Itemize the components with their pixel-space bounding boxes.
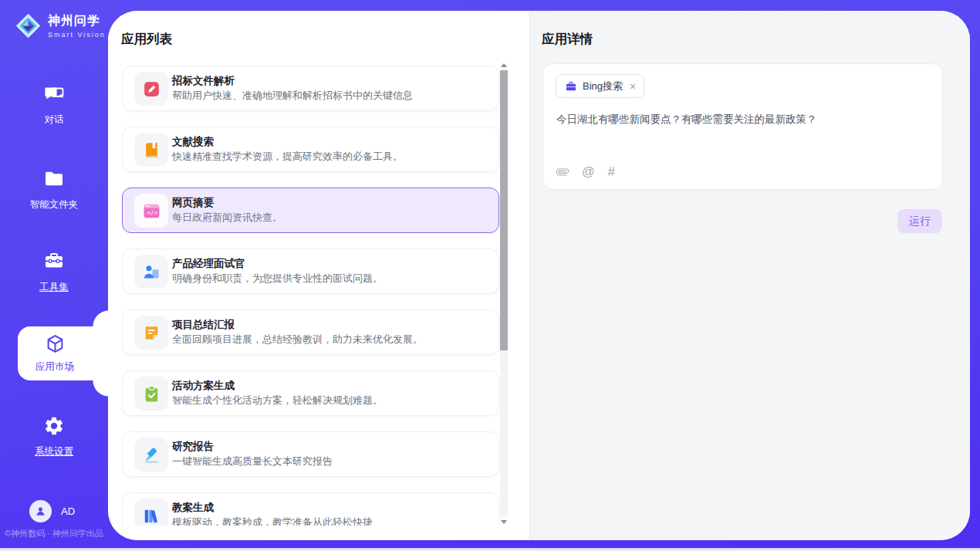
briefcase-icon	[565, 80, 577, 93]
report-icon	[134, 316, 168, 350]
cube-icon	[45, 333, 66, 357]
sidebar-item-chat[interactable]: 对话	[0, 83, 108, 127]
diamond-logo-icon	[14, 12, 42, 40]
app-card[interactable]: 项目总结汇报全面回顾项目进展，总结经验教训，助力未来优化发展。	[122, 309, 499, 355]
app-card-title: 产品经理面试官	[172, 257, 245, 271]
books-icon	[134, 499, 168, 526]
chat-icon	[43, 83, 65, 108]
app-card-description: 帮助用户快速、准确地理解和解析招标书中的关键信息	[172, 89, 413, 103]
bing-search-tag[interactable]: Bing搜索 ×	[556, 74, 644, 98]
app-card-description: 快速精准查找学术资源，提高研究效率的必备工具。	[172, 150, 403, 164]
sidebar-item-label: 系统设置	[35, 445, 73, 458]
app-list-panel: 应用列表 招标文件解析帮助用户快速、准确地理解和解析招标书中的关键信息文献搜索快…	[108, 11, 529, 540]
user-initials: AD	[61, 505, 75, 517]
web-code-icon: </>	[134, 194, 168, 228]
brand-subtitle: Smart Vision	[48, 31, 106, 39]
app-card-title: 网页摘要	[172, 196, 214, 210]
app-card-description: 一键智能生成高质量长文本研究报告	[172, 455, 333, 468]
scroll-down-arrow-icon[interactable]	[501, 520, 507, 524]
app-card-description: 明确身份和职责，为您提供专业性的面试问题。	[172, 272, 383, 286]
sidebar-item-label: 智能文件夹	[30, 198, 79, 211]
app-card-list: 招标文件解析帮助用户快速、准确地理解和解析招标书中的关键信息文献搜索快速精准查找…	[122, 66, 499, 526]
attachment-icon[interactable]	[556, 166, 569, 178]
app-card-description: 全面回顾项目进展，总结经验教训，助力未来优化发展。	[172, 333, 423, 346]
query-input-card[interactable]: Bing搜索 × 今日湖北有哪些新闻要点？有哪些需要关注的最新政策？ @ #	[542, 63, 943, 190]
run-button[interactable]: 运行	[897, 209, 942, 233]
app-card-title: 项目总结汇报	[172, 318, 235, 332]
sidebar: 神州问学 Smart Vision 对话智能文件夹工具集应用市场系统设置 AD …	[0, 0, 108, 551]
window-bottom-edge	[0, 548, 980, 551]
brand-logo: 神州问学 Smart Vision	[14, 12, 106, 40]
app-card[interactable]: 研究报告一键智能生成高质量长文本研究报告	[122, 431, 499, 477]
app-card[interactable]: 文献搜索快速精准查找学术资源，提高研究效率的必备工具。	[122, 127, 499, 172]
main-content: 应用列表 招标文件解析帮助用户快速、准确地理解和解析招标书中的关键信息文献搜索快…	[108, 11, 970, 540]
app-card-title: 活动方案生成	[172, 379, 235, 393]
app-card-title: 招标文件解析	[172, 74, 235, 88]
app-card-title: 研究报告	[172, 440, 214, 454]
app-card[interactable]: 活动方案生成智能生成个性化活动方案，轻松解决规划难题。	[122, 370, 499, 416]
app-card-description: 模板驱动，教案秒成，教学准备从此轻松快捷	[172, 516, 373, 526]
app-window: 神州问学 Smart Vision 对话智能文件夹工具集应用市场系统设置 AD …	[0, 0, 980, 551]
sidebar-item-label: 应用市场	[35, 360, 74, 374]
interview-icon	[134, 255, 168, 289]
app-list-scrollbar[interactable]	[500, 62, 508, 526]
app-detail-title: 应用详情	[542, 31, 593, 48]
copyright-footer: ©神州数码 · 神州问学出品	[0, 528, 108, 539]
app-card-description: 每日政府新闻资讯快查。	[172, 211, 282, 225]
avatar[interactable]	[29, 500, 52, 522]
scroll-up-arrow-icon[interactable]	[501, 63, 507, 67]
input-toolbar: @ #	[556, 164, 615, 179]
app-list-title: 应用列表	[121, 31, 172, 48]
app-card-description: 智能生成个性化活动方案，轻松解决规划难题。	[172, 394, 383, 407]
brand-name: 神州问学	[48, 13, 106, 29]
user-avatar-icon	[34, 505, 47, 518]
gear-icon	[43, 415, 65, 440]
mention-icon[interactable]: @	[582, 164, 595, 179]
sidebar-item-cube[interactable]: 应用市场	[18, 326, 109, 380]
close-icon[interactable]: ×	[630, 81, 636, 92]
edit-doc-icon	[134, 72, 168, 106]
book-icon	[134, 133, 168, 167]
scrollbar-thumb[interactable]	[500, 70, 508, 350]
svg-text:</>: </>	[147, 209, 157, 216]
hash-icon[interactable]: #	[608, 164, 615, 179]
app-card[interactable]: 产品经理面试官明确身份和职责，为您提供专业性的面试问题。	[122, 248, 499, 294]
user-account[interactable]: AD	[29, 500, 75, 522]
app-card-title: 文献搜索	[172, 135, 214, 149]
app-card-title: 教案生成	[172, 501, 214, 515]
app-detail-panel: 应用详情 Bing搜索 × 今日湖北有哪些新闻要点？有哪些需要关注的最新政策？ …	[529, 11, 970, 540]
query-input[interactable]: 今日湖北有哪些新闻要点？有哪些需要关注的最新政策？	[556, 112, 930, 127]
app-card[interactable]: 教案生成模板驱动，教案秒成，教学准备从此轻松快捷	[122, 492, 499, 526]
research-icon	[134, 438, 168, 472]
sidebar-item-label: 对话	[45, 113, 64, 127]
sidebar-item-label: 工具集	[39, 281, 69, 294]
sidebar-item-gear[interactable]: 系统设置	[0, 415, 108, 458]
folder-icon	[43, 168, 65, 193]
sidebar-item-toolbox[interactable]: 工具集	[0, 251, 108, 294]
app-card[interactable]: 招标文件解析帮助用户快速、准确地理解和解析招标书中的关键信息	[122, 66, 499, 111]
tag-label: Bing搜索	[583, 79, 623, 93]
app-card[interactable]: </>网页摘要每日政府新闻资讯快查。	[122, 188, 499, 233]
toolbox-icon	[43, 251, 65, 276]
sidebar-item-folder[interactable]: 智能文件夹	[0, 168, 108, 211]
plan-icon	[134, 377, 168, 411]
